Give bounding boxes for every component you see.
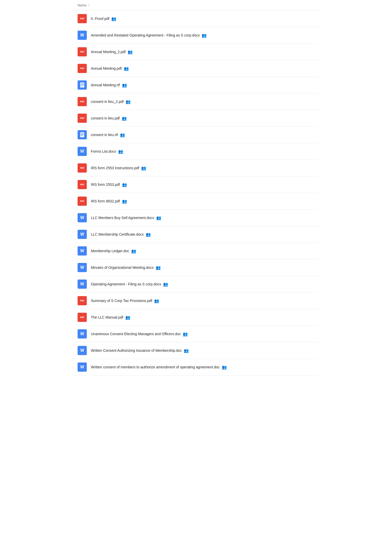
pdf-badge: PDF <box>80 51 84 53</box>
file-info: Annual Meeting.rtf👥 <box>91 83 314 88</box>
file-info: 0. Proof.pdf👥 <box>91 16 314 21</box>
file-name: Written Consent Authorizing Issuance of … <box>91 348 182 353</box>
file-row[interactable]: WAmended and Restated Operating Agreemen… <box>74 27 318 44</box>
file-info: Annual Meeting_2.pdf👥 <box>91 50 314 54</box>
file-row[interactable]: WUnanimous Consent Electing Managers and… <box>74 326 318 342</box>
file-name: Annual Meeting.pdf <box>91 66 122 70</box>
rtf-icon <box>78 130 87 139</box>
pdf-badge: PDF <box>80 183 84 186</box>
file-name: Minutes of Organizational Meeting.docx <box>91 265 154 270</box>
file-info: Written consent of members to authorize … <box>91 365 314 370</box>
pdf-icon: PDF <box>78 97 87 106</box>
word-badge: W <box>80 282 84 286</box>
file-row[interactable]: consent in lieu.rtf👥 <box>74 127 318 143</box>
rtf-svg <box>80 132 84 138</box>
file-row[interactable]: WWritten Consent Authorizing Issuance of… <box>74 342 318 359</box>
pdf-icon: PDF <box>78 180 87 189</box>
file-name: IRS form 2553.pdf <box>91 183 120 187</box>
file-row[interactable]: WOperating Agreement - Filing as S corp.… <box>74 276 318 293</box>
file-row[interactable]: WWritten consent of members to authorize… <box>74 359 318 376</box>
pdf-icon: PDF <box>78 114 87 123</box>
file-info: LLC Members Buy Sell Agreement.docx👥 <box>91 215 314 220</box>
pdf-icon: PDF <box>78 163 87 173</box>
pdf-badge: PDF <box>80 17 84 20</box>
word-badge: W <box>80 265 84 270</box>
file-info: Forms List.docx👥 <box>91 149 314 154</box>
file-rows-container: PDF0. Proof.pdf👥WAmended and Restated Op… <box>74 10 318 376</box>
word-badge: W <box>80 365 84 369</box>
pdf-badge: PDF <box>80 117 84 119</box>
file-row[interactable]: PDFconsent in lieu_2.pdf👥 <box>74 93 318 110</box>
file-info: Operating Agreement - Filing as S corp.d… <box>91 282 314 287</box>
word-badge: W <box>80 249 84 253</box>
file-info: Minutes of Organizational Meeting.docx👥 <box>91 265 314 270</box>
word-badge: W <box>80 332 84 336</box>
file-row[interactable]: Annual Meeting.rtf👥 <box>74 77 318 93</box>
file-list: Name ↑ PDF0. Proof.pdf👥WAmended and Rest… <box>74 0 318 376</box>
file-row[interactable]: WLLC Members Buy Sell Agreement.docx👥 <box>74 210 318 226</box>
word-icon: W <box>78 329 87 338</box>
pdf-icon: PDF <box>78 313 87 322</box>
shared-icon: 👥 <box>156 215 161 220</box>
file-name: consent in lieu_2.pdf <box>91 100 124 104</box>
shared-icon: 👥 <box>122 199 127 204</box>
file-info: consent in lieu.pdf👥 <box>91 116 314 121</box>
file-name: Forms List.docx <box>91 149 116 153</box>
file-row[interactable]: WForms List.docx👥 <box>74 143 318 160</box>
file-name: Written consent of members to authorize … <box>91 365 220 369</box>
file-row[interactable]: PDFconsent in lieu.pdf👥 <box>74 110 318 127</box>
file-info: Unanimous Consent Electing Managers and … <box>91 332 314 336</box>
file-name: Unanimous Consent Electing Managers and … <box>91 332 181 336</box>
pdf-icon: PDF <box>78 296 87 305</box>
pdf-icon: PDF <box>78 197 87 206</box>
file-info: IRS form 8832.pdf👥 <box>91 199 314 204</box>
shared-icon: 👥 <box>124 66 129 71</box>
file-row[interactable]: PDF0. Proof.pdf👥 <box>74 10 318 27</box>
file-name: Annual Meeting_2.pdf <box>91 50 126 54</box>
shared-icon: 👥 <box>128 50 133 54</box>
list-header[interactable]: Name ↑ <box>74 0 318 10</box>
shared-icon: 👥 <box>141 166 146 171</box>
file-info: IRS form 2553 Instructions.pdf👥 <box>91 166 314 171</box>
file-row[interactable]: WMinutes of Organizational Meeting.docx👥 <box>74 259 318 276</box>
file-row[interactable]: PDFAnnual Meeting_2.pdf👥 <box>74 44 318 60</box>
file-row[interactable]: PDFThe LLC Manual.pdf👥 <box>74 309 318 326</box>
word-badge: W <box>80 215 84 220</box>
file-row[interactable]: WMembership Ledger.doc👥 <box>74 243 318 259</box>
file-row[interactable]: PDFIRS form 2553 Instructions.pdf👥 <box>74 160 318 176</box>
pdf-icon: PDF <box>78 64 87 73</box>
file-name: Membership Ledger.doc <box>91 249 129 253</box>
file-info: consent in lieu_2.pdf👥 <box>91 99 314 104</box>
shared-icon: 👥 <box>122 182 127 187</box>
file-row[interactable]: PDFIRS form 8832.pdf👥 <box>74 193 318 210</box>
name-column-header[interactable]: Name ↑ <box>78 3 90 7</box>
file-name: IRS form 8832.pdf <box>91 199 120 203</box>
file-info: The LLC Manual.pdf👥 <box>91 315 314 320</box>
file-info: IRS form 2553.pdf👥 <box>91 182 314 187</box>
file-info: Annual Meeting.pdf👥 <box>91 66 314 71</box>
word-icon: W <box>78 147 87 156</box>
shared-icon: 👥 <box>118 149 123 154</box>
file-row[interactable]: PDFAnnual Meeting.pdf👥 <box>74 60 318 77</box>
sort-icon: ↑ <box>88 3 90 7</box>
word-icon: W <box>78 346 87 355</box>
shared-icon: 👥 <box>122 83 127 88</box>
word-badge: W <box>80 33 84 38</box>
pdf-icon: PDF <box>78 47 87 56</box>
word-badge: W <box>80 232 84 237</box>
pdf-badge: PDF <box>80 167 84 169</box>
file-row[interactable]: WLLC Membership Certificate.docx👥 <box>74 226 318 243</box>
file-row[interactable]: PDFSummary of S Corp Tax Provisions.pdf👥 <box>74 293 318 309</box>
pdf-icon: PDF <box>78 14 87 23</box>
file-row[interactable]: PDFIRS form 2553.pdf👥 <box>74 176 318 193</box>
file-name: Operating Agreement - Filing as S corp.d… <box>91 282 161 286</box>
file-info: LLC Membership Certificate.docx👥 <box>91 232 314 237</box>
file-name: consent in lieu.rtf <box>91 133 118 137</box>
word-badge: W <box>80 149 84 154</box>
file-name: LLC Members Buy Sell Agreement.docx <box>91 216 154 220</box>
word-icon: W <box>78 263 87 272</box>
pdf-badge: PDF <box>80 299 84 302</box>
shared-icon: 👥 <box>184 348 189 353</box>
file-info: consent in lieu.rtf👥 <box>91 132 314 137</box>
shared-icon: 👥 <box>222 365 227 370</box>
